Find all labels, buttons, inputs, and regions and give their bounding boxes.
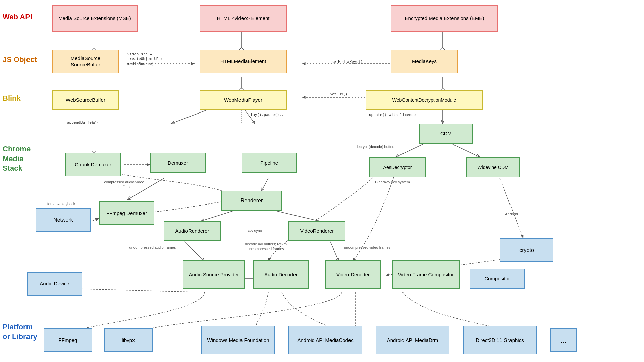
box-aesdecryptor: AesDecryptor [369, 157, 426, 177]
label-webapi: Web API [3, 13, 32, 21]
box-html-video: HTML <video> Element [200, 5, 287, 32]
box-renderer: Renderer [221, 191, 282, 211]
label-blink: Blink [3, 94, 21, 103]
label-platform: Platformor Library [3, 322, 37, 342]
box-ffmpeg-lib: FFmpeg [44, 328, 92, 352]
box-cdm: CDM [419, 124, 473, 144]
svg-line-23 [330, 242, 339, 261]
box-eme: Encrypted Media Extensions (EME) [391, 5, 498, 32]
annotation-update-license: update() with license [369, 112, 436, 117]
box-libvpx: libvpx [104, 328, 153, 352]
annotation-android: Android [496, 212, 527, 216]
box-audio-decoder: Audio Decoder [253, 260, 309, 289]
annotation-setmediakeys: setMediaKeys() [320, 60, 374, 64]
box-android-api-mediacodec: Android API MediaCodec [288, 326, 362, 354]
svg-line-22 [184, 242, 205, 261]
annotation-video-src: video.src = createObjectURL( mediaSource… [127, 52, 188, 66]
box-audio-device: Audio Device [27, 272, 82, 296]
annotation-play-pause: play(),pause().. [248, 112, 309, 117]
box-mse: Media Source Extensions (MSE) [52, 5, 138, 32]
svg-line-17 [396, 144, 423, 157]
box-pipeline: Pipeline [241, 153, 297, 173]
box-chunk-demuxer: Chunk Demuxer [65, 153, 121, 176]
annotation-uncompressed-audio: uncompressed audio frames [127, 245, 178, 250]
box-direct3d-11: Direct3D 11 Graphics [463, 326, 537, 354]
box-video-frame-compositor: Video Frame Compositor [392, 260, 460, 289]
box-android-api-mediadrm: Android API MediaDrm [376, 326, 449, 354]
annotation-appendbuffer: appendBuffer() [67, 120, 114, 125]
box-demuxer: Demuxer [150, 153, 206, 173]
box-audiorenderer: AudioRenderer [164, 221, 221, 241]
box-widevine-cdm: Widevine CDM [466, 157, 520, 177]
box-htmlmediaelement: HTMLMediaElement [200, 50, 287, 73]
box-windows-media-foundation: Windows Media Foundation [201, 326, 275, 354]
annotation-setcdm: SetCDM() [319, 92, 359, 97]
annotation-decrypt-buffers: decrypt (decode) buffers [356, 144, 399, 149]
box-websourcebuffer: WebSourceBuffer [52, 90, 119, 110]
annotation-decode-av-buffers: decode a/v buffers; return uncompressed … [235, 242, 297, 252]
label-chromemedia: ChromeMediaStack [3, 144, 31, 173]
annotation-compressed-buffers: compressed audio/video buffers [101, 180, 148, 189]
box-ffmpeg-demuxer: FFmpeg Demuxer [99, 201, 154, 225]
svg-line-24 [500, 178, 523, 238]
box-mediasource-sourcebuffer: MediaSource SourceBuffer [52, 50, 119, 73]
box-webcontentdecryptionmodule: WebContentDecryptionModule [366, 90, 483, 110]
annotation-for-src-playback: for src= playback [34, 201, 89, 206]
box-audio-source-provider: Audio Source Provider [183, 260, 245, 289]
box-compositor: Compositor [470, 269, 525, 289]
box-webmediaplayer: WebMediaPlayer [200, 90, 287, 110]
annotation-uncompressed-video: uncompressed video frames [342, 245, 392, 250]
box-crypto: crypto [500, 238, 553, 262]
box-videorenderer: VideoRenderer [288, 221, 345, 241]
label-jsobject: JS Object [3, 55, 37, 64]
box-network: Network [36, 208, 91, 232]
box-mediakeys: MediaKeys [391, 50, 458, 73]
svg-line-26 [74, 289, 191, 292]
svg-line-18 [453, 144, 480, 157]
box-ellipsis: ... [550, 328, 577, 352]
annotation-av-sync: a/v sync [241, 228, 268, 233]
annotation-clearkey: ClearKey key system [369, 180, 416, 184]
svg-line-16 [262, 178, 268, 191]
box-video-decoder: Video Decoder [325, 260, 381, 289]
diagram-container: Web API JS Object Blink ChromeMediaStack… [0, 0, 644, 362]
